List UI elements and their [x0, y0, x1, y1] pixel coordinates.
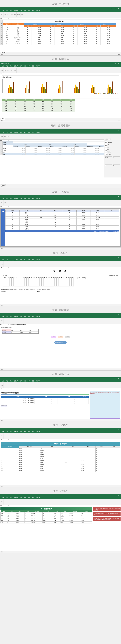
menu-item[interactable]: 开始 — [5, 132, 9, 134]
pivot-row[interactable]: 7奶茶屋222300230000153000155000162000186000… — [0, 150, 121, 152]
maximize-icon[interactable]: □ — [114, 63, 117, 65]
table-row[interactable]: 水费120115140112130128138 — [2, 100, 119, 102]
menu-item[interactable]: 公式 — [19, 132, 23, 134]
field-checkbox[interactable] — [105, 153, 107, 155]
table-row[interactable]: 5A112梨152700015270005452002511800 — [0, 29, 121, 31]
table-row[interactable]: 1笔记本本128.0096.00 — [5, 212, 119, 214]
table-row[interactable]: 10A117小鸭面包1695001060001510500257500 — [0, 39, 121, 41]
menu-item[interactable]: 页面布局 — [13, 497, 19, 499]
menu-item[interactable]: 视图 — [31, 132, 35, 134]
menu-item[interactable]: 审阅 — [27, 316, 31, 318]
menu-item[interactable]: 视图 — [31, 316, 35, 318]
table-row[interactable]: 3银付5付工资40000贷 — [1, 458, 120, 460]
menu-item[interactable]: 开始 — [5, 198, 9, 200]
table-row[interactable]: 1002李娜市场部女1988-07410***本科专员2014-02139***… — [1, 514, 92, 516]
menu-item[interactable]: 数据 — [23, 65, 27, 67]
pivot-col-label[interactable]: 列标签 — [3, 142, 13, 144]
menu-item[interactable]: 开发工具 — [35, 259, 41, 261]
menu-item[interactable]: 数据 — [23, 259, 27, 261]
menu-item[interactable]: 开始 — [5, 497, 9, 499]
menu-item[interactable]: 数据 — [23, 431, 27, 433]
field-checkbox[interactable] — [105, 150, 107, 152]
table-row[interactable]: 7I117土豆1020000106000590001526000 — [0, 33, 121, 35]
menu-item[interactable]: 审阅 — [27, 497, 31, 499]
menu-item[interactable]: 视图 — [31, 65, 35, 67]
menu-item[interactable]: 页面布局 — [13, 65, 19, 67]
menu-item[interactable]: 审阅 — [27, 132, 31, 134]
field-item[interactable]: 实际销售 — [105, 150, 120, 153]
table-row[interactable]: 2银付3付广告费20000贷 — [1, 454, 120, 456]
pivot-value-area[interactable]: 值 — [113, 164, 120, 172]
ribbon[interactable]: 粘贴 字体 对齐 数字 样式 单元格 编辑 — [0, 12, 121, 18]
pivot-row-area[interactable]: 行 — [105, 164, 112, 172]
table-row[interactable]: 1银付2付材料款50000贷 — [1, 450, 120, 452]
menu-item[interactable]: 开始 — [5, 316, 9, 318]
menu-item[interactable]: 数据 — [23, 198, 27, 200]
menu-item[interactable]: 插入 — [9, 380, 13, 382]
table-row[interactable]: 1006陈芳人事部女1989-05410***本科专员2014-08138***… — [1, 522, 92, 524]
table-row[interactable]: 8I831白菜1014000101050016120001516000 — [0, 35, 121, 37]
menu-item[interactable]: 文件 — [1, 380, 5, 382]
menu-item[interactable]: 页面布局 — [13, 259, 19, 261]
table-row[interactable]: 9I834百事可乐（听）25950020650015120003514500 — [0, 37, 121, 39]
sheet-tab[interactable]: 图表 — [1, 118, 5, 120]
table-row[interactable]: 投资活动产生现金净额-50,300,300.00-23,345,300.00 — [1, 400, 89, 402]
table-row[interactable]: 7胶水瓶53.0015.00 — [5, 226, 119, 228]
menu-item[interactable]: 公式 — [19, 65, 23, 67]
ribbon-font[interactable]: 字体 — [4, 12, 7, 18]
menu-item[interactable]: 开发工具 — [35, 10, 41, 12]
table-row[interactable]: 1004赵敏财务部女1990-02410***本科会计2015-03136***… — [1, 518, 92, 520]
menu-item[interactable]: 数据 — [23, 132, 27, 134]
table-row[interactable]: 2便签本65.5033.00 — [5, 214, 119, 216]
minimize-icon[interactable]: − — [110, 8, 113, 9]
menu-item[interactable]: 页面布局 — [13, 316, 19, 318]
ribbon-clipboard[interactable]: 粘贴 — [1, 12, 4, 18]
menu-item[interactable]: 插入 — [9, 316, 13, 318]
menu-item[interactable]: 公式 — [19, 198, 23, 200]
menu-item[interactable]: 页面布局 — [13, 431, 19, 433]
menu-item[interactable]: 视图 — [31, 380, 35, 382]
table-row[interactable]: 1005刘伟技术部男1987-09410***本科工程师2012-11135**… — [1, 520, 92, 522]
table-row[interactable]: 3银付4付电话费3500贷 — [1, 456, 120, 458]
minimize-icon[interactable]: − — [111, 63, 114, 65]
menu-item[interactable]: 文件 — [1, 10, 5, 12]
ribbon-align[interactable]: 对齐 — [7, 12, 10, 18]
menu-item[interactable]: 数据 — [23, 10, 27, 12]
menu-item[interactable]: 开发工具 — [35, 65, 41, 67]
menu-item[interactable]: 公式 — [19, 259, 23, 261]
menu-item[interactable]: 文件 — [1, 431, 5, 433]
menu-item[interactable]: 开始 — [5, 431, 9, 433]
menu-item[interactable]: 开发工具 — [35, 198, 41, 200]
table-row[interactable]: 10银付11付水电费2000贷 — [1, 470, 120, 472]
field-item[interactable]: 品牌 — [105, 143, 120, 146]
menu-item[interactable]: 开始 — [5, 10, 9, 12]
menu-item[interactable]: 公式 — [19, 10, 23, 12]
close-icon[interactable]: × — [117, 63, 120, 65]
menu-item[interactable]: 开发工具 — [35, 316, 41, 318]
menu-item[interactable]: 开始 — [5, 65, 9, 67]
field-checkbox[interactable] — [105, 146, 107, 148]
menu-item[interactable]: 文件 — [1, 259, 5, 261]
table-row[interactable]: 1003张三技术部男1986-11410***硕士工程师2013-06137**… — [1, 516, 92, 518]
sheet-tab[interactable]: Sheet1 — [1, 52, 6, 53]
pivot-field-pane[interactable]: 数据透视表字段 月度销售额 品牌 城市 年份 实际销售 计划销售 筛选器 列 行… — [104, 138, 121, 178]
menu-item[interactable]: 文件 — [1, 316, 5, 318]
menu-item[interactable]: 文件 — [1, 497, 5, 499]
table-row[interactable]: 3复印纸A4包1028.00280.00 — [5, 216, 119, 219]
close-icon[interactable]: × — [117, 8, 120, 9]
menu-item[interactable]: 开发工具 — [35, 132, 41, 134]
menu-item[interactable]: 文件 — [1, 198, 5, 200]
table-row[interactable]: 1银付1提现金50000贷 — [1, 448, 120, 450]
menu-item[interactable]: 审阅 — [27, 380, 31, 382]
table-row[interactable]: 4A115苹果1525500101700010170001525500 — [0, 27, 121, 29]
menu-item[interactable]: 视图 — [31, 497, 35, 499]
ribbon-styles[interactable]: 样式 — [13, 12, 17, 18]
menu-item[interactable]: 公式 — [19, 497, 23, 499]
window-controls[interactable]: − □ × — [110, 8, 120, 9]
field-checkbox[interactable] — [105, 148, 107, 150]
table-row[interactable]: 电费210216230200220210218 — [2, 102, 119, 104]
menu-item[interactable]: 页面布局 — [13, 10, 19, 12]
menu-item[interactable]: 插入 — [9, 10, 13, 12]
table-row[interactable]: 筹资活动产生现金净额2,256,600.004,700,000.00 — [1, 402, 89, 404]
table-row[interactable]: 6银付8付机票4500贷 — [1, 466, 120, 468]
